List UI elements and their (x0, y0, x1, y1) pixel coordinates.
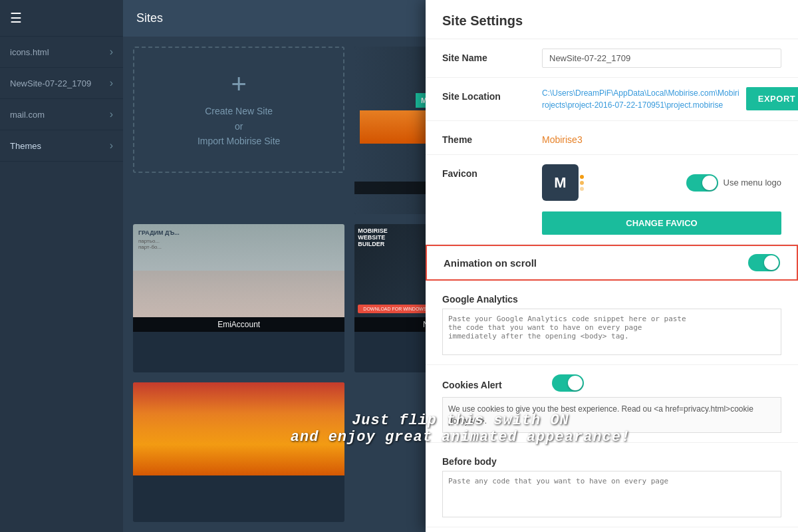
settings-panel-title: Site Settings (426, 0, 798, 39)
theme-row: Theme Mobirise3 (426, 121, 798, 155)
change-favicon-button[interactable]: CHANGE FAVICO (542, 211, 781, 235)
site-name-label: Site Name (442, 49, 542, 63)
google-analytics-row: Google Analytics (426, 281, 798, 365)
favicon-content: M U (542, 164, 781, 235)
create-new-label: Create New Site or Import Mobirise Site (198, 104, 280, 148)
google-analytics-input[interactable] (442, 309, 781, 355)
use-menu-logo-container: Use menu logo (686, 174, 781, 192)
sidebar-item-icons[interactable]: icons.html › (0, 37, 123, 68)
before-body-label: Before body (442, 452, 542, 467)
cookies-alert-label: Cookies Alert (442, 376, 542, 390)
sidebar-item-themes-label: Themes (10, 141, 41, 151)
export-site-button[interactable]: EXPORT SI (746, 87, 798, 110)
sidebar-logo: ☰ (10, 10, 22, 26)
cookies-alert-row: Cookies Alert We use cookies to give you… (426, 365, 798, 443)
cookies-alert-toggle[interactable] (552, 374, 584, 392)
cookies-toggle-row: Cookies Alert (442, 374, 781, 392)
google-analytics-label: Google Analytics (442, 290, 542, 305)
toggle-slider (686, 174, 718, 192)
site-name-value (542, 49, 781, 68)
site-path-line1: C:\Users\DreamPiF\AppData\Local\Mobirise… (542, 87, 739, 99)
animation-toggle-slider (748, 254, 780, 271)
sidebar-item-themes[interactable]: Themes › (0, 130, 123, 162)
favicon-top-area: M U (542, 164, 781, 201)
sidebar-item-site[interactable]: NewSite-07-22_1709 › (0, 68, 123, 99)
settings-panel: Site Settings Site Name Site Location C:… (426, 0, 798, 532)
site-thumb-handshake: ГРАДИМ ДЪ... партьо... парт-бо... (133, 224, 344, 317)
before-body-input[interactable] (442, 471, 781, 517)
favicon-label: Favicon (442, 164, 542, 179)
site-card-emiraccount-label: EmiAccount (133, 317, 344, 332)
site-location-value: C:\Users\DreamPiF\AppData\Local\Mobirise… (542, 87, 739, 111)
theme-value: Mobirise3 (542, 130, 781, 145)
before-body-row: Before body (426, 443, 798, 527)
sidebar: ☰ icons.html › NewSite-07-22_1709 › mail… (0, 0, 123, 532)
site-thumb-sunset (133, 382, 344, 475)
cookies-toggle-slider (552, 374, 584, 392)
main-content: Sites + Create New Site or Import Mobiri… (123, 0, 798, 532)
animation-on-scroll-row: Animation on scroll (426, 245, 798, 281)
favicon-row: Favicon M (426, 155, 798, 245)
sites-title: Sites (136, 11, 163, 25)
site-card-emiraccount[interactable]: ГРАДИМ ДЪ... партьо... парт-бо... EmiAcc… (133, 224, 344, 373)
site-path-line2: rojects\project-2016-07-22-170951\projec… (542, 99, 739, 111)
sidebar-item-icons-label: icons.html (10, 47, 49, 57)
chevron-right-icon: › (110, 140, 113, 152)
sidebar-item-site-label: NewSite-07-22_1709 (10, 78, 91, 88)
site-card-sunset-label (133, 475, 344, 481)
theme-name[interactable]: Mobirise3 (542, 130, 781, 145)
site-name-row: Site Name (426, 39, 798, 78)
chevron-right-icon: › (110, 108, 113, 120)
site-card-sunset[interactable] (133, 382, 344, 522)
sidebar-item-email[interactable]: mail.com › (0, 99, 123, 130)
site-location-label: Site Location (442, 87, 542, 102)
animation-on-scroll-toggle[interactable] (748, 254, 780, 271)
plus-icon: + (231, 70, 246, 97)
favicon-icon-container: M (542, 164, 579, 201)
cookies-text: We use cookies to give you the best expe… (442, 397, 781, 433)
site-location-row: Site Location C:\Users\DreamPiF\AppData\… (426, 78, 798, 121)
chevron-right-icon: › (110, 46, 113, 58)
sidebar-header: ☰ (0, 0, 123, 37)
chevron-right-icon: › (110, 77, 113, 89)
animation-on-scroll-label: Animation on scroll (444, 257, 748, 269)
favicon-letter: M (554, 174, 566, 192)
favicon-icon: M (542, 164, 579, 201)
favicon-loading-dots (580, 175, 584, 191)
create-new-site-card[interactable]: + Create New Site or Import Mobirise Sit… (133, 47, 344, 173)
sidebar-item-email-label: mail.com (10, 110, 45, 120)
site-name-input[interactable] (542, 49, 781, 68)
theme-label: Theme (442, 130, 542, 145)
use-menu-logo-toggle[interactable] (686, 174, 718, 192)
use-menu-logo-label: Use menu logo (724, 178, 781, 188)
